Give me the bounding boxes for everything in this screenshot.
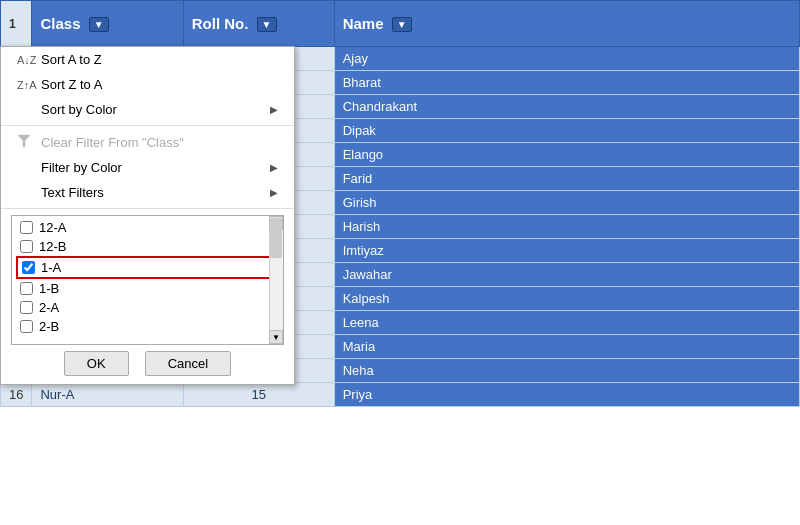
sort-az-icon: A↓Z (17, 54, 35, 66)
cell-name: Neha (334, 359, 799, 383)
checkbox-input[interactable] (22, 261, 35, 274)
scroll-down-arrow[interactable]: ▼ (269, 330, 283, 344)
cell-name: Ajay (334, 47, 799, 71)
cell-class: Nur-A (32, 383, 183, 407)
filter-dropdown-panel: A↓Z Sort A to Z Z↑A Sort Z to A Sort by … (0, 46, 295, 385)
cell-name: Imtiyaz (334, 239, 799, 263)
checkbox-label: 12-B (39, 239, 66, 254)
col-rollno-header[interactable]: Roll No. ▼ (183, 1, 334, 47)
cell-name: Farid (334, 167, 799, 191)
sort-za-icon: Z↑A (17, 79, 35, 91)
rollno-filter-button[interactable]: ▼ (257, 17, 277, 32)
cell-name: Leena (334, 311, 799, 335)
button-row: OK Cancel (1, 351, 294, 376)
svg-marker-0 (18, 135, 30, 147)
separator-1 (1, 125, 294, 126)
text-filters-item[interactable]: Text Filters (1, 180, 294, 205)
class-filter-button[interactable]: ▼ (89, 17, 109, 32)
col-name-header[interactable]: Name ▼ (334, 1, 799, 47)
sort-by-color-item[interactable]: Sort by Color (1, 97, 294, 122)
ok-button[interactable]: OK (64, 351, 129, 376)
cell-name: Girish (334, 191, 799, 215)
checkbox-input[interactable] (20, 320, 33, 333)
sort-z-to-a-item[interactable]: Z↑A Sort Z to A (1, 72, 294, 97)
scrollbar[interactable]: ▲ ▼ (269, 216, 283, 344)
checkbox-item[interactable]: 2-B (16, 317, 279, 336)
cell-name: Chandrakant (334, 95, 799, 119)
cell-rollno: 15 (183, 383, 334, 407)
cell-name: Kalpesh (334, 287, 799, 311)
checkbox-input[interactable] (20, 240, 33, 253)
checkbox-label: 1-B (39, 281, 59, 296)
checkbox-list-wrapper: 12-A12-B1-A1-B2-A2-B ▲ ▼ (11, 215, 284, 345)
clear-filter-icon (17, 134, 35, 150)
checkbox-item[interactable]: 1-A (16, 256, 279, 279)
row-number-header: 1 (1, 1, 32, 47)
checkbox-item[interactable]: 12-A (16, 218, 279, 237)
checkbox-item[interactable]: 12-B (16, 237, 279, 256)
cell-name: Bharat (334, 71, 799, 95)
name-filter-button[interactable]: ▼ (392, 17, 412, 32)
separator-2 (1, 208, 294, 209)
checkbox-input[interactable] (20, 221, 33, 234)
cell-name: Dipak (334, 119, 799, 143)
cell-name: Elango (334, 143, 799, 167)
cell-name: Maria (334, 335, 799, 359)
checkbox-item[interactable]: 1-B (16, 279, 279, 298)
col-class-header[interactable]: Class ▼ (32, 1, 183, 47)
cell-name: Harish (334, 215, 799, 239)
checkbox-input[interactable] (20, 301, 33, 314)
checkbox-label: 12-A (39, 220, 66, 235)
row-number: 16 (1, 383, 32, 407)
checkbox-input[interactable] (20, 282, 33, 295)
table-row: 16Nur-A15Priya (1, 383, 800, 407)
scroll-thumb[interactable] (270, 218, 282, 258)
cell-name: Priya (334, 383, 799, 407)
checkbox-label: 1-A (41, 260, 61, 275)
checkbox-label: 2-A (39, 300, 59, 315)
clear-filter-item[interactable]: Clear Filter From "Class" (1, 129, 294, 155)
checkbox-item[interactable]: 2-A (16, 298, 279, 317)
checkbox-list[interactable]: 12-A12-B1-A1-B2-A2-B (12, 216, 283, 344)
sort-a-to-z-item[interactable]: A↓Z Sort A to Z (1, 47, 294, 72)
filter-by-color-item[interactable]: Filter by Color (1, 155, 294, 180)
cancel-button[interactable]: Cancel (145, 351, 231, 376)
cell-name: Jawahar (334, 263, 799, 287)
checkbox-label: 2-B (39, 319, 59, 334)
